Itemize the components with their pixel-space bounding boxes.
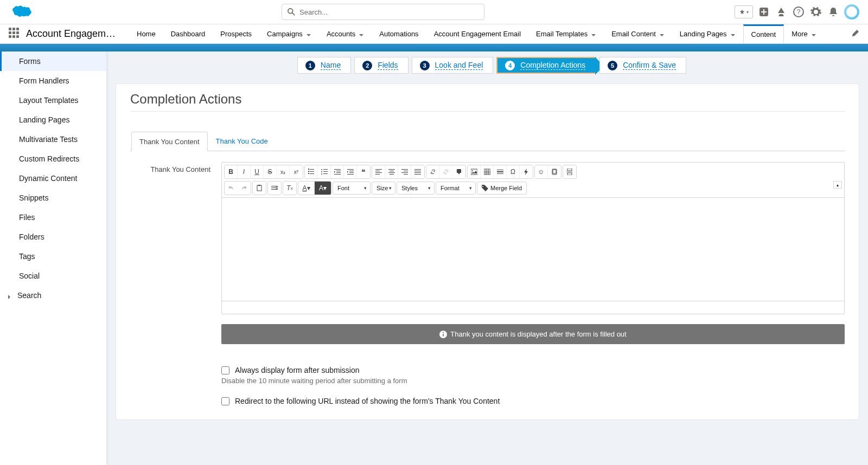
app-name: Account Engageme...: [26, 28, 119, 40]
nav-item-more[interactable]: More: [784, 25, 824, 43]
notifications-button[interactable]: [827, 5, 840, 18]
svg-text:?: ?: [797, 8, 801, 16]
gear-icon: [810, 7, 821, 17]
search-placeholder: Search...: [299, 8, 328, 16]
app-launcher-button[interactable]: [9, 28, 22, 41]
global-header: Search... ▾ ?: [0, 0, 868, 24]
nav-item-prospects[interactable]: Prospects: [213, 25, 259, 43]
nav-item-label: Prospects: [220, 30, 252, 38]
bell-icon: [828, 7, 839, 17]
nav-item-accounts[interactable]: Accounts: [319, 25, 372, 43]
nav-item-label: Campaigns: [267, 30, 303, 38]
nav-item-label: Accounts: [327, 30, 355, 38]
nav-item-label: Home: [137, 30, 156, 38]
global-search-input[interactable]: Search...: [282, 4, 484, 20]
chevron-down-icon: [591, 31, 596, 37]
chevron-down-icon: [359, 31, 364, 37]
nav-item-label: Landing Pages: [680, 30, 727, 38]
svg-rect-2: [761, 11, 767, 12]
nav-item-label: Email Templates: [536, 30, 588, 38]
nav-item-dashboard[interactable]: Dashboard: [163, 25, 213, 43]
add-button[interactable]: [757, 5, 770, 18]
edit-nav-button[interactable]: [852, 29, 859, 38]
nav-item-automations[interactable]: Automations: [372, 25, 426, 43]
nav-item-account-engagement-email[interactable]: Account Engagement Email: [426, 25, 528, 43]
chevron-down-icon: [306, 31, 311, 37]
question-icon: ?: [793, 7, 804, 17]
settings-button[interactable]: [809, 5, 822, 18]
nav-item-label: Account Engagement Email: [434, 30, 521, 38]
nav-item-home[interactable]: Home: [129, 25, 163, 43]
chevron-down-icon: [730, 31, 736, 37]
star-icon: [739, 9, 745, 15]
nav-item-label: Email Content: [611, 30, 656, 38]
nav-item-label: Content: [751, 30, 776, 38]
favorites-toggle[interactable]: ▾: [735, 5, 753, 18]
chevron-down-icon: [659, 31, 665, 37]
nav-item-label: Dashboard: [171, 30, 206, 38]
trailhead-button[interactable]: [775, 5, 788, 18]
chevron-down-icon: [811, 31, 816, 37]
trailhead-icon: [776, 7, 787, 17]
nav-item-campaigns[interactable]: Campaigns: [259, 25, 319, 43]
user-avatar[interactable]: [844, 4, 859, 20]
nav-item-content[interactable]: Content: [743, 24, 784, 43]
pencil-icon: [852, 29, 859, 37]
plus-icon: [758, 7, 769, 17]
nav-item-label: More: [792, 30, 808, 38]
brand-band: [0, 44, 868, 51]
search-icon: [288, 8, 295, 16]
help-button[interactable]: ?: [792, 5, 805, 18]
nav-item-email-templates[interactable]: Email Templates: [528, 25, 604, 43]
nav-item-email-content[interactable]: Email Content: [604, 25, 672, 43]
nav-item-label: Automations: [379, 30, 418, 38]
app-nav-bar: Account Engageme... HomeDashboardProspec…: [0, 24, 868, 44]
salesforce-logo[interactable]: [9, 4, 31, 21]
nav-item-landing-pages[interactable]: Landing Pages: [672, 25, 743, 43]
